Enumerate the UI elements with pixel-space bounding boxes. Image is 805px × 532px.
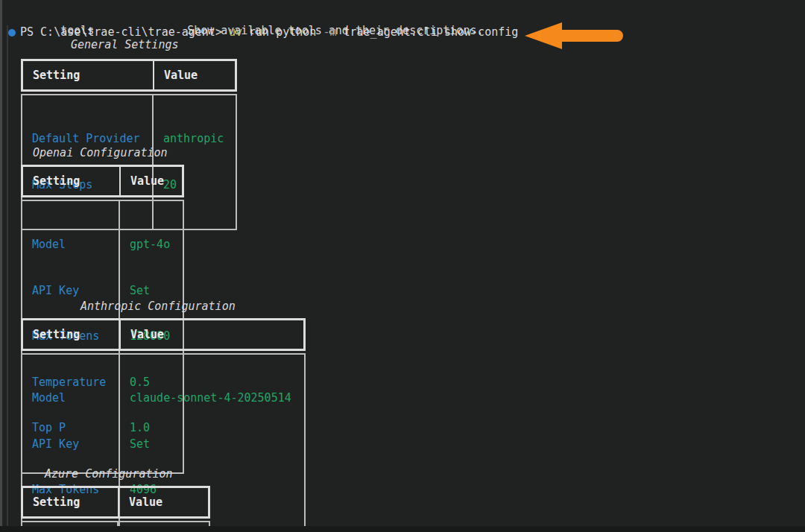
command-status-dot-icon (8, 29, 16, 37)
setting-value: claude-sonnet-4-20250514 (130, 390, 294, 406)
section-title-azure-configuration: Azure Configuration (45, 467, 173, 481)
setting-name: Default Provider (32, 131, 143, 147)
column-header-setting: Setting (23, 488, 118, 516)
section-title-general-settings: General Settings (71, 38, 179, 51)
table-azure-configuration: Setting Value (21, 486, 210, 532)
setting-name: Model (32, 390, 110, 406)
column-header-setting: Setting (23, 167, 119, 195)
setting-value: Set (130, 437, 294, 452)
table-header-row: Setting Value (21, 59, 237, 92)
setting-value: Set (130, 283, 172, 299)
setting-name: API Key (32, 283, 110, 299)
left-arrow-icon (523, 21, 634, 51)
column-header-value: Value (119, 320, 303, 349)
window-bottom-edge (0, 526, 805, 532)
prompt-args-1: run python (242, 25, 323, 40)
section-title-anthropic-configuration: Anthropic Configuration (80, 300, 236, 313)
table-header-row: Setting Value (21, 486, 210, 519)
setting-value: anthropic (163, 131, 225, 147)
prompt-param-flag: -m (323, 25, 336, 40)
command-block-gutter (7, 25, 8, 532)
column-header-value: Value (153, 61, 235, 89)
window-left-edge (0, 0, 2, 532)
column-header-setting: Setting (23, 61, 153, 89)
table-header-row: Setting Value (21, 318, 306, 351)
column-header-setting: Setting (23, 320, 119, 349)
setting-value: gpt-4o (130, 237, 172, 253)
table-header-row: Setting Value (21, 165, 184, 197)
column-header-value: Value (118, 488, 208, 516)
terminal-window: toolsShow available tools and their desc… (0, 0, 805, 532)
column-header-value: Value (119, 167, 182, 195)
setting-name: API Key (32, 437, 110, 452)
setting-name: Model (32, 237, 110, 253)
prompt-args-2: trae_agent.cli show-config (336, 25, 518, 40)
prompt-command: uv (229, 25, 242, 40)
section-title-openai-configuration: Openai Configuration (33, 146, 168, 159)
